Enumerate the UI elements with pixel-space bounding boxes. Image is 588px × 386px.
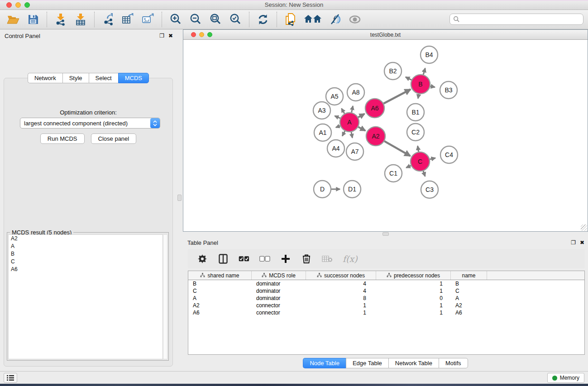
horizontal-splitter-handle[interactable] [382, 232, 389, 236]
table-row[interactable]: Adominator80A [188, 295, 584, 302]
zoom-selected-icon[interactable] [229, 13, 242, 26]
column-header-name[interactable]: name [451, 271, 487, 280]
table-cell[interactable]: 1 [376, 288, 451, 294]
splitter-handle[interactable] [177, 195, 182, 201]
edge-A-A1[interactable] [336, 126, 340, 128]
node-A2[interactable]: A2 [366, 127, 385, 146]
import-table-icon[interactable] [74, 13, 87, 26]
home-icon[interactable] [304, 13, 322, 26]
network-file-icon[interactable] [284, 13, 297, 26]
node-table[interactable]: shared nameMCDS rolesuccessor nodesprede… [188, 271, 585, 355]
edge-C-C2[interactable] [418, 146, 419, 152]
node-C4[interactable]: C4 [440, 146, 458, 163]
save-icon[interactable] [26, 13, 40, 26]
table-cell[interactable]: dominator [252, 281, 306, 287]
result-item-b[interactable]: B [9, 250, 163, 258]
result-item-a2[interactable]: A2 [9, 235, 163, 243]
task-history-button[interactable] [4, 373, 17, 383]
edge-B-B1[interactable] [418, 94, 419, 99]
tab-style[interactable]: Style [62, 73, 89, 83]
edge-A2-C[interactable] [384, 141, 410, 156]
edge-B-B2[interactable] [406, 77, 411, 80]
network-window-titlebar[interactable]: testGlobe.txt [183, 30, 588, 40]
table-cell[interactable]: C [188, 288, 252, 294]
hide-f-icon[interactable]: f [328, 13, 342, 26]
run-mcds-button[interactable]: Run MCDS [40, 133, 85, 144]
resize-grip[interactable] [581, 224, 587, 231]
edge-A6-B[interactable] [384, 90, 411, 104]
node-C2[interactable]: C2 [407, 124, 424, 141]
node-A6[interactable]: A6 [365, 99, 384, 118]
node-C3[interactable]: C3 [421, 181, 438, 198]
delete-table-icon[interactable] [322, 253, 333, 264]
table-cell[interactable]: A [451, 295, 487, 301]
table-cell[interactable]: A [188, 295, 252, 301]
edge-A-A6[interactable] [358, 114, 364, 118]
node-C1[interactable]: C1 [385, 165, 402, 182]
node-D1[interactable]: D1 [344, 181, 361, 198]
table-cell[interactable]: 1 [376, 302, 451, 309]
node-B[interactable]: B [411, 75, 430, 94]
close-table-panel-icon[interactable]: ✖ [580, 239, 584, 246]
edge-B-B4[interactable] [423, 68, 425, 75]
vertical-splitter[interactable] [177, 29, 183, 371]
mcds-result-list[interactable]: A2ABCA6 [8, 234, 163, 359]
table-cell[interactable]: 4 [306, 281, 376, 287]
gear-icon[interactable] [197, 253, 208, 264]
result-item-c[interactable]: C [9, 258, 163, 266]
select-all-rows-icon[interactable] [239, 253, 249, 264]
search-input[interactable] [460, 16, 580, 23]
edge-A-A2[interactable] [358, 127, 365, 130]
node-A4[interactable]: A4 [327, 140, 344, 157]
column-header-successor-nodes[interactable]: successor nodes [306, 271, 376, 280]
add-column-icon[interactable] [280, 253, 291, 264]
edge-A-A7[interactable] [351, 132, 352, 138]
network-graph[interactable]: B4B2BB3A8A5A6A3B1AA1C2A2A4A7C4CC1DD1C3 [183, 40, 588, 231]
result-item-a6[interactable]: A6 [9, 266, 163, 273]
deselect-all-rows-icon[interactable] [259, 253, 270, 264]
edge-C-C1[interactable] [406, 166, 411, 168]
table-cell[interactable]: A2 [188, 302, 252, 309]
table-row[interactable]: Cdominator41C [188, 287, 584, 295]
search-field[interactable] [449, 14, 583, 25]
table-cell[interactable]: A6 [451, 310, 487, 316]
node-A3[interactable]: A3 [313, 102, 330, 119]
table-cell[interactable]: connector [252, 310, 306, 316]
edge-C-C3[interactable] [423, 171, 425, 176]
tab-mcds[interactable]: MCDS [118, 73, 149, 83]
optimization-criterion-select[interactable]: largest connected component (directed) [20, 118, 160, 129]
node-B3[interactable]: B3 [440, 81, 457, 99]
float-panel-icon[interactable]: ❐ [159, 33, 164, 39]
table-cell[interactable]: dominator [252, 288, 306, 294]
open-folder-icon[interactable] [6, 13, 20, 26]
column-header-shared-name[interactable]: shared name [188, 271, 252, 280]
delete-column-icon[interactable] [301, 253, 312, 264]
close-panel-button[interactable]: Close panel [91, 133, 137, 144]
table-row[interactable]: A6connector11A6 [188, 309, 584, 316]
tab-select[interactable]: Select [89, 73, 118, 83]
edge-C-C4[interactable] [430, 158, 435, 159]
memory-button[interactable]: Memory [547, 373, 584, 383]
edge-A-A3[interactable] [335, 116, 340, 118]
table-cell[interactable]: 0 [376, 295, 451, 301]
tab-node-table[interactable]: Node Table [303, 358, 346, 368]
node-B1[interactable]: B1 [407, 104, 424, 121]
table-cell[interactable]: 1 [306, 302, 376, 309]
tab-edge-table[interactable]: Edge Table [346, 358, 388, 368]
table-cell[interactable]: 4 [306, 288, 376, 294]
table-cell[interactable]: A2 [451, 302, 487, 309]
node-D[interactable]: D [314, 181, 331, 198]
node-A7[interactable]: A7 [346, 143, 363, 160]
edge-A-A4[interactable] [342, 131, 345, 136]
close-panel-icon[interactable]: ✖ [168, 33, 173, 39]
table-row[interactable]: Bdominator41B [188, 280, 584, 287]
column-header-MCDS-role[interactable]: MCDS role [252, 271, 306, 280]
import-network-icon[interactable] [54, 13, 67, 26]
edge-A-A5[interactable] [342, 109, 345, 114]
result-item-a[interactable]: A [9, 243, 163, 250]
float-table-panel-icon[interactable]: ❐ [571, 239, 576, 246]
refresh-icon[interactable] [256, 13, 270, 26]
zoom-fit-icon[interactable] [209, 13, 222, 26]
table-row[interactable]: A2connector11A2 [188, 302, 584, 309]
table-cell[interactable]: B [188, 281, 252, 287]
